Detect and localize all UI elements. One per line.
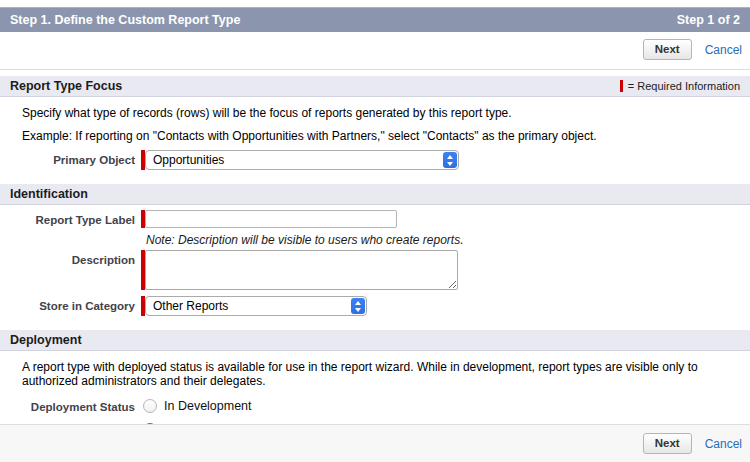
bottom-toolbar: Next Cancel	[0, 424, 750, 462]
section-header-identification: Identification	[0, 184, 750, 205]
description-field	[141, 250, 458, 290]
primary-object-select-wrap: Opportunities	[145, 150, 459, 170]
focus-example-text: Example: If reporting on "Contacts with …	[22, 129, 735, 143]
radio-unchecked-icon[interactable]	[143, 399, 157, 413]
section-header-deployment: Deployment	[0, 330, 750, 351]
report-type-label-row: Report Type Label	[0, 210, 750, 228]
radio-option-in-development[interactable]: In Development	[143, 399, 252, 413]
description-row: Description	[0, 250, 750, 290]
cancel-link[interactable]: Cancel	[705, 43, 742, 57]
store-in-category-select[interactable]: Other Reports	[145, 296, 367, 316]
top-toolbar: Next Cancel	[0, 32, 750, 70]
deployment-status-label: Deployment Status	[0, 397, 135, 413]
primary-object-select[interactable]: Opportunities	[145, 150, 459, 170]
red-required-bar-icon	[620, 80, 623, 92]
primary-object-row: Primary Object Opportunities	[0, 150, 750, 170]
primary-object-field: Opportunities	[141, 150, 459, 170]
primary-object-label: Primary Object	[0, 150, 135, 166]
top-spacer	[0, 0, 750, 7]
description-note-text: Note: Description will be visible to use…	[146, 233, 750, 247]
next-button[interactable]: Next	[643, 39, 692, 60]
report-type-label-input[interactable]	[145, 210, 397, 228]
section-title: Deployment	[10, 333, 82, 347]
store-in-category-select-wrap: Other Reports	[145, 296, 367, 316]
cancel-link[interactable]: Cancel	[705, 437, 742, 451]
deployment-description-text: A report type with deployed status is av…	[22, 360, 735, 388]
store-in-category-row: Store in Category Other Reports	[0, 296, 750, 316]
section-header-report-type-focus: Report Type Focus = Required Information	[0, 76, 750, 97]
required-legend-text: = Required Information	[628, 80, 740, 92]
store-in-category-label: Store in Category	[0, 296, 135, 312]
page-title: Step 1. Define the Custom Report Type	[10, 13, 240, 27]
report-type-label-label: Report Type Label	[0, 210, 135, 226]
report-type-label-field	[141, 210, 397, 228]
focus-description-text: Specify what type of records (rows) will…	[22, 106, 735, 120]
description-label: Description	[0, 250, 135, 266]
next-button[interactable]: Next	[643, 433, 692, 454]
store-in-category-field: Other Reports	[141, 296, 367, 316]
step-indicator: Step 1 of 2	[677, 13, 740, 27]
radio-label: In Development	[164, 399, 252, 413]
required-legend: = Required Information	[620, 80, 740, 92]
description-textarea[interactable]	[145, 250, 458, 290]
section-title: Report Type Focus	[10, 79, 122, 93]
wizard-title-bar: Step 1. Define the Custom Report Type St…	[0, 7, 750, 32]
section-title: Identification	[10, 187, 88, 201]
